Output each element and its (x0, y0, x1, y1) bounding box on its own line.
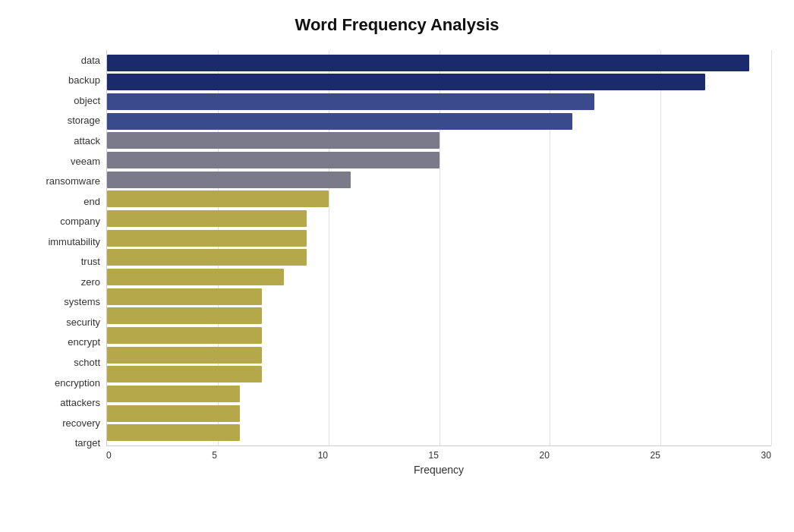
y-label-encrypt: encrypt (68, 337, 100, 347)
y-label-attackers: attackers (60, 398, 100, 408)
chart-title: Word Frequency Analysis (23, 15, 771, 35)
bar-row-encrypt (107, 326, 771, 345)
bar-recovery (107, 405, 240, 422)
bar-row-immutability (107, 228, 771, 248)
bar-end (107, 190, 329, 207)
bar-security (107, 307, 262, 324)
y-label-immutability: immutability (48, 237, 100, 247)
chart-container: Word Frequency Analysis databackupobject… (0, 0, 794, 532)
y-label-attack: attack (74, 136, 100, 146)
bar-veeam (107, 152, 440, 168)
bar-immutability (107, 230, 307, 247)
bar-row-company (107, 209, 771, 228)
x-tick-0: 0 (106, 450, 112, 461)
bar-backup (107, 74, 705, 90)
y-axis: databackupobjectstorageattackveeamransom… (23, 50, 106, 476)
y-label-veeam: veeam (71, 156, 100, 166)
bar-row-backup (107, 73, 771, 93)
bar-row-zero (107, 267, 771, 287)
bar-trust (107, 249, 307, 266)
bar-row-object (107, 92, 771, 112)
bar-row-recovery (107, 404, 771, 423)
x-tick-20: 20 (540, 450, 550, 461)
x-tick-30: 30 (761, 450, 771, 461)
bar-row-data (107, 53, 771, 73)
bar-encrypt (107, 327, 262, 344)
y-label-end: end (83, 197, 100, 206)
bar-data (107, 55, 749, 71)
bar-company (107, 210, 307, 227)
bar-row-encryption (107, 365, 771, 385)
x-tick-15: 15 (429, 450, 439, 461)
bar-row-target (107, 423, 771, 442)
x-tick-5: 5 (212, 450, 217, 461)
bar-row-veeam (107, 150, 771, 170)
y-label-ransomware: ransomware (46, 176, 100, 186)
y-label-object: object (74, 96, 100, 105)
x-tick-10: 10 (318, 450, 328, 461)
y-label-trust: trust (81, 257, 100, 266)
bar-encryption (107, 366, 262, 382)
bar-ransomware (107, 172, 351, 188)
y-label-backup: backup (68, 75, 100, 85)
y-label-zero: zero (81, 277, 100, 287)
bar-schott (107, 347, 262, 364)
y-label-data: data (81, 55, 100, 65)
bar-row-attack (107, 131, 771, 151)
y-label-encryption: encryption (55, 378, 100, 388)
y-label-recovery: recovery (62, 418, 100, 428)
bar-storage (107, 113, 572, 130)
bar-zero (107, 269, 284, 285)
bar-row-systems (107, 287, 771, 307)
bars-area (106, 50, 771, 446)
y-label-target: target (75, 438, 100, 448)
x-axis: 051015202530 (106, 446, 771, 461)
bar-row-schott (107, 345, 771, 365)
bar-systems (107, 288, 262, 305)
y-label-schott: schott (74, 357, 100, 367)
bar-target (107, 424, 240, 441)
y-label-company: company (60, 216, 100, 226)
y-label-systems: systems (64, 297, 100, 307)
bars-and-xaxis: 051015202530 Frequency (106, 50, 771, 476)
bar-row-trust (107, 248, 771, 268)
bar-row-ransomware (107, 170, 771, 190)
bar-object (107, 93, 594, 110)
bar-row-attackers (107, 384, 771, 404)
bar-attackers (107, 386, 240, 402)
chart-area: databackupobjectstorageattackveeamransom… (23, 50, 771, 476)
bar-attack (107, 132, 440, 149)
bar-row-security (107, 307, 771, 326)
grid-line (771, 50, 772, 445)
y-label-storage: storage (68, 115, 100, 125)
bar-row-storage (107, 112, 771, 131)
x-axis-label: Frequency (106, 464, 771, 476)
bar-row-end (107, 190, 771, 209)
y-label-security: security (66, 317, 100, 327)
x-tick-25: 25 (651, 450, 660, 461)
